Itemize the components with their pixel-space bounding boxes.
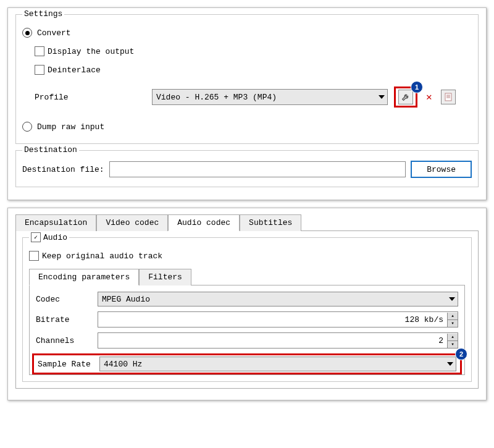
chevron-down-icon (449, 297, 455, 301)
profile-edit-panel: Encapsulation Video codec Audio codec Su… (7, 208, 487, 400)
deinterlace-checkbox[interactable] (35, 65, 44, 75)
display-output-label: Display the output (48, 47, 134, 56)
tab-video-codec[interactable]: Video codec (96, 214, 168, 231)
destination-file-input[interactable] (109, 161, 406, 177)
bitrate-value: 128 kb/s (102, 315, 447, 324)
channels-value: 2 (102, 336, 447, 345)
annotation-highlight-2: 2 Sample Rate 44100 Hz (32, 353, 462, 374)
sub-tabs: Encoding parameters Filters (29, 269, 465, 285)
convert-label: Convert (37, 28, 71, 38)
main-tabs: Encapsulation Video codec Audio codec Su… (15, 214, 479, 231)
profile-select[interactable]: Video - H.265 + MP3 (MP4) (152, 89, 388, 105)
channels-down[interactable]: ▼ (448, 341, 458, 348)
samplerate-label: Sample Rate (38, 360, 99, 369)
samplerate-select[interactable]: 44100 Hz (99, 357, 456, 371)
tab-audio-codec[interactable]: Audio codec (168, 214, 240, 231)
document-icon (445, 93, 452, 101)
destination-file-label: Destination file: (22, 165, 104, 174)
settings-group: Settings Convert Display the output Dein… (15, 14, 479, 144)
keep-original-checkbox[interactable] (29, 251, 39, 261)
chevron-down-icon (379, 95, 385, 99)
settings-panel: Settings Convert Display the output Dein… (7, 7, 487, 200)
audio-legend: ✓ Audio (29, 232, 69, 242)
profile-label: Profile (35, 93, 146, 102)
samplerate-value: 44100 Hz (104, 360, 142, 369)
channels-label: Channels (36, 336, 98, 345)
audio-label: Audio (43, 233, 67, 242)
dump-raw-radio[interactable] (22, 122, 32, 132)
wrench-icon (401, 93, 410, 101)
channels-up[interactable]: ▲ (448, 334, 458, 341)
annotation-highlight-1: 1 (394, 87, 417, 108)
destination-legend: Destination (22, 145, 79, 154)
channels-input[interactable]: 2 ▲▼ (98, 332, 458, 349)
audio-group: ✓ Audio Keep original audio track Encodi… (22, 237, 472, 382)
keep-original-label: Keep original audio track (42, 251, 162, 261)
encoding-parameters-pane: Codec MPEG Audio Bitrate 128 kb/s ▲▼ Cha… (29, 285, 465, 375)
destination-group: Destination Destination file: Browse (15, 150, 479, 187)
subtab-filters[interactable]: Filters (139, 269, 191, 285)
profile-value: Video - H.265 + MP3 (MP4) (156, 93, 277, 102)
dump-raw-label: Dump raw input (37, 122, 104, 132)
audio-checkbox[interactable]: ✓ (31, 232, 41, 242)
delete-profile-button[interactable]: ✕ (424, 91, 435, 103)
annotation-badge-1: 1 (411, 81, 423, 93)
display-output-checkbox[interactable] (35, 46, 44, 56)
chevron-down-icon (447, 362, 453, 366)
bitrate-down[interactable]: ▼ (448, 320, 458, 327)
tab-subtitles[interactable]: Subtitles (240, 214, 301, 231)
bitrate-up[interactable]: ▲ (448, 313, 458, 320)
deinterlace-label: Deinterlace (48, 66, 101, 75)
svg-rect-0 (445, 93, 451, 101)
wrench-button[interactable] (398, 90, 413, 104)
browse-button[interactable]: Browse (411, 161, 472, 178)
bitrate-label: Bitrate (36, 315, 98, 324)
tab-encapsulation[interactable]: Encapsulation (15, 214, 96, 231)
codec-label: Codec (36, 295, 98, 304)
settings-legend: Settings (22, 9, 64, 19)
convert-radio[interactable] (22, 28, 32, 38)
annotation-badge-2: 2 (455, 348, 467, 360)
codec-value: MPEG Audio (102, 295, 150, 304)
bitrate-input[interactable]: 128 kb/s ▲▼ (98, 311, 458, 328)
audio-codec-pane: ✓ Audio Keep original audio track Encodi… (15, 231, 479, 389)
codec-select[interactable]: MPEG Audio (98, 292, 458, 306)
new-profile-button[interactable] (441, 90, 456, 104)
subtab-encoding[interactable]: Encoding parameters (29, 269, 139, 285)
